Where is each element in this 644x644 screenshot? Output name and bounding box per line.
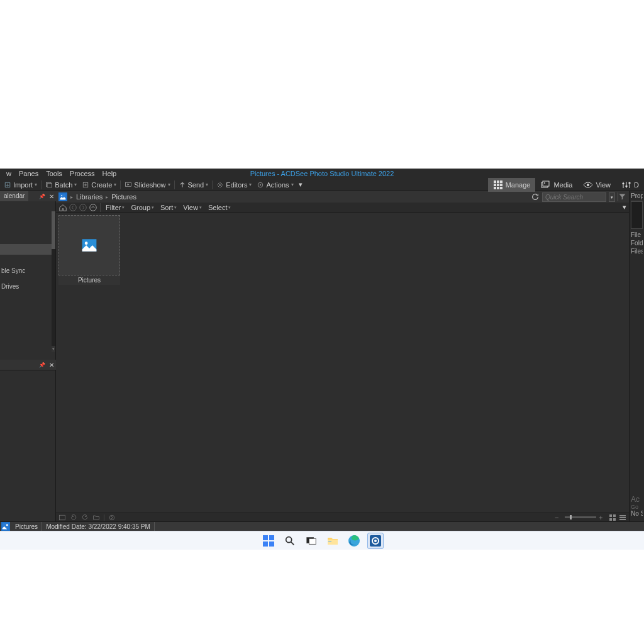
svg-rect-8 bbox=[500, 180, 502, 183]
overflow-icon[interactable]: ▾ bbox=[623, 203, 626, 211]
up-icon[interactable] bbox=[89, 203, 97, 212]
menu-item-process[interactable]: Process bbox=[66, 170, 99, 177]
svg-rect-42 bbox=[263, 541, 268, 547]
search-button[interactable] bbox=[282, 533, 298, 549]
menu-item-panes[interactable]: Panes bbox=[15, 170, 42, 177]
menu-item-help[interactable]: Help bbox=[99, 170, 121, 177]
create-label: Create bbox=[91, 181, 112, 189]
rotate-right-icon[interactable] bbox=[81, 514, 89, 521]
rotate-left-icon[interactable] bbox=[70, 514, 77, 521]
left-column: alendar 📌 ✕ ble Sync Drives ▾ bbox=[0, 191, 56, 521]
tree-item[interactable] bbox=[0, 212, 55, 223]
svg-rect-21 bbox=[629, 182, 631, 184]
thumbnail-size-slider[interactable] bbox=[565, 516, 596, 518]
folder-icon[interactable] bbox=[92, 514, 100, 521]
image-icon[interactable] bbox=[58, 514, 66, 521]
send-button[interactable]: Send ▾ bbox=[176, 179, 211, 191]
import-icon bbox=[4, 181, 11, 189]
create-button[interactable]: Create ▾ bbox=[79, 179, 119, 191]
refresh-icon[interactable] bbox=[531, 192, 540, 201]
slideshow-button[interactable]: Slideshow ▾ bbox=[122, 179, 172, 191]
editors-button[interactable]: Editors ▾ bbox=[214, 179, 254, 191]
scroll-down-icon[interactable]: ▾ bbox=[52, 346, 55, 352]
view-thumbnails-icon[interactable] bbox=[609, 514, 616, 521]
start-button[interactable] bbox=[260, 533, 277, 549]
separator bbox=[100, 203, 101, 212]
task-view-button[interactable] bbox=[303, 533, 319, 549]
quick-search-input[interactable] bbox=[542, 192, 606, 202]
home-icon[interactable] bbox=[58, 203, 67, 212]
svg-rect-10 bbox=[497, 184, 499, 186]
breadcrumb-current[interactable]: Pictures bbox=[111, 193, 136, 201]
mode-develop[interactable]: D bbox=[616, 178, 644, 192]
close-icon[interactable]: ✕ bbox=[47, 193, 56, 200]
properties-header: Prop bbox=[631, 192, 643, 201]
folder-thumbnail[interactable]: Pictures bbox=[58, 215, 120, 285]
thumbnail-grid[interactable]: Pictures bbox=[56, 213, 629, 513]
breadcrumb-libraries[interactable]: Libraries bbox=[76, 193, 103, 201]
pin-icon[interactable]: 📌 bbox=[37, 194, 47, 199]
toolbar-overflow-icon[interactable]: ▾ bbox=[299, 180, 303, 189]
chevron-right-icon[interactable]: ▸ bbox=[104, 194, 110, 200]
separator bbox=[174, 180, 175, 189]
svg-rect-7 bbox=[497, 180, 499, 183]
filter-menu[interactable]: Filter▾ bbox=[103, 204, 127, 211]
mode-media[interactable]: Media bbox=[536, 178, 577, 192]
tree-item[interactable] bbox=[0, 201, 55, 212]
zoom-out-icon[interactable]: − bbox=[555, 514, 562, 521]
actions-button[interactable]: Actions ▾ bbox=[254, 179, 296, 191]
svg-rect-1 bbox=[47, 183, 52, 187]
menu-item-tools[interactable]: Tools bbox=[42, 170, 66, 177]
svg-rect-20 bbox=[626, 186, 628, 187]
menu-item-w[interactable]: w bbox=[3, 170, 15, 177]
view-menu[interactable]: View▾ bbox=[180, 204, 204, 211]
tab-calendar[interactable]: alendar bbox=[0, 191, 28, 201]
pin-icon[interactable]: 📌 bbox=[37, 362, 47, 368]
forward-icon[interactable] bbox=[79, 203, 87, 212]
search-dropdown[interactable]: ▾ bbox=[609, 192, 615, 202]
svg-point-39 bbox=[6, 524, 8, 526]
svg-rect-12 bbox=[494, 187, 496, 189]
dropdown-arrow-icon: ▾ bbox=[249, 182, 252, 187]
pictures-icon[interactable] bbox=[58, 192, 67, 201]
edge-button[interactable] bbox=[346, 533, 362, 549]
main-toolbar: Import ▾ Batch ▾ Create ▾ Slideshow ▾ bbox=[0, 179, 644, 191]
mode-view[interactable]: View bbox=[578, 178, 616, 192]
tree-item-selected[interactable] bbox=[0, 244, 55, 255]
mode-switcher: Manage Media View D bbox=[488, 178, 644, 192]
scrollbar-thumb[interactable] bbox=[52, 211, 55, 249]
folder-thumbnail-image bbox=[58, 215, 120, 275]
dropdown-arrow-icon: ▾ bbox=[291, 182, 294, 187]
gear-icon bbox=[216, 181, 224, 189]
file-explorer-button[interactable] bbox=[325, 533, 341, 549]
zoom-in-icon[interactable]: + bbox=[599, 514, 606, 521]
mode-media-label: Media bbox=[553, 181, 572, 189]
svg-rect-48 bbox=[328, 541, 331, 541]
slider-knob[interactable] bbox=[570, 515, 572, 519]
import-button[interactable]: Import ▾ bbox=[1, 179, 40, 191]
group-menu[interactable]: Group▾ bbox=[128, 204, 157, 211]
select-menu[interactable]: Select▾ bbox=[206, 204, 234, 211]
properties-panel: Prop File L Folde Files Ac Go No S bbox=[629, 191, 644, 521]
mode-manage[interactable]: Manage bbox=[488, 178, 536, 192]
svg-rect-47 bbox=[328, 540, 338, 545]
svg-point-23 bbox=[61, 195, 62, 196]
compare-icon[interactable] bbox=[108, 514, 116, 521]
histogram bbox=[631, 201, 643, 229]
acdsee-button[interactable] bbox=[367, 533, 384, 549]
back-icon[interactable] bbox=[69, 203, 77, 212]
tree-item[interactable] bbox=[0, 223, 55, 233]
bottom-toolbar: − + bbox=[56, 513, 629, 521]
tree-item-sync[interactable]: ble Sync bbox=[0, 265, 55, 276]
view-details-icon[interactable] bbox=[619, 514, 626, 521]
mode-view-label: View bbox=[596, 181, 611, 189]
filter-icon[interactable] bbox=[618, 192, 626, 201]
scrollbar[interactable]: ▾ bbox=[52, 211, 55, 352]
chevron-right-icon[interactable]: ▸ bbox=[69, 194, 75, 200]
tree-item[interactable] bbox=[0, 233, 55, 244]
send-label: Send bbox=[188, 181, 204, 189]
batch-button[interactable]: Batch ▾ bbox=[43, 179, 79, 191]
close-icon[interactable]: ✕ bbox=[47, 362, 56, 369]
tree-item-drives[interactable]: Drives bbox=[0, 281, 55, 292]
sort-menu[interactable]: Sort▾ bbox=[158, 204, 179, 211]
